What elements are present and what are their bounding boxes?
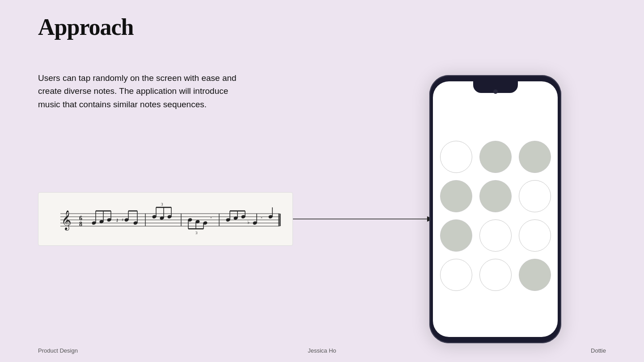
svg-text:3: 3 [195,231,198,235]
circles-grid [440,127,551,291]
svg-text:8: 8 [79,221,82,227]
phone-body [429,75,561,343]
circle-button[interactable] [519,259,551,291]
circle-button[interactable] [440,180,472,212]
circle-button[interactable] [519,180,551,212]
circle-button[interactable] [440,141,472,173]
page-title: Approach [38,14,134,40]
svg-text:3: 3 [161,202,163,206]
svg-text:♯: ♯ [122,218,123,222]
phone-camera [493,89,498,94]
svg-text:𝄼: 𝄼 [210,217,212,218]
phone-mockup [429,75,561,343]
circle-button[interactable] [440,219,472,252]
circle-button[interactable] [519,141,551,173]
phone-screen [433,81,558,337]
circle-button[interactable] [479,180,512,212]
circle-button[interactable] [479,219,512,252]
svg-text:𝄼: 𝄼 [261,217,263,218]
svg-text:♭: ♭ [247,219,250,225]
svg-text:𝄽: 𝄽 [116,218,118,223]
arrow [293,214,434,224]
footer-left: Product Design [38,347,78,354]
body-text: Users can tap randomly on the screen wit… [38,72,244,111]
svg-text:𝄞: 𝄞 [61,210,71,231]
circle-button[interactable] [440,259,472,291]
footer-right: Dottie [591,347,606,354]
circle-button[interactable] [479,259,512,291]
circle-button[interactable] [519,219,551,252]
music-notation-box: 𝄞 6 8 𝄽 ♯ 3 [38,192,293,246]
circle-button[interactable] [479,141,512,173]
footer-center: Jessica Ho [308,347,336,354]
phone-notch [473,81,518,93]
